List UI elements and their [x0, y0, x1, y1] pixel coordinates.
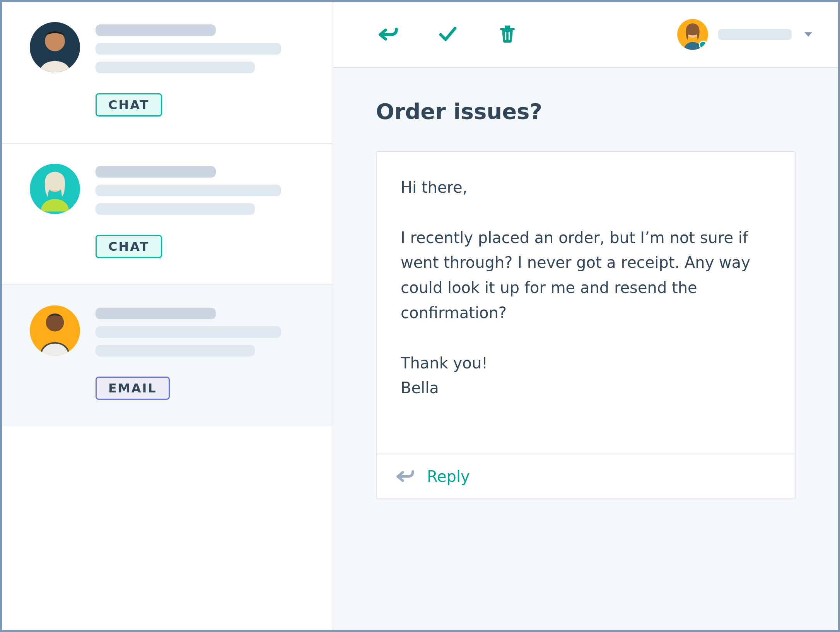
- avatar: [30, 164, 80, 214]
- preview-title-placeholder: [96, 308, 216, 319]
- reply-label: Reply: [427, 468, 470, 485]
- conversation-preview: EMAIL: [96, 305, 314, 400]
- preview-line-placeholder: [96, 185, 281, 196]
- preview-title-placeholder: [96, 166, 216, 178]
- chevron-down-icon: [802, 28, 815, 41]
- check-icon: [437, 23, 459, 46]
- svg-rect-6: [505, 32, 506, 40]
- message-card: Hi there, I recently placed an order, bu…: [376, 151, 796, 499]
- reply-icon: [377, 23, 399, 46]
- preview-line-placeholder: [96, 345, 255, 356]
- avatar: [30, 305, 80, 356]
- svg-rect-7: [509, 32, 510, 40]
- conversation-row[interactable]: CHAT: [2, 144, 333, 285]
- assignee-avatar: [677, 19, 708, 50]
- preview-line-placeholder: [96, 326, 281, 338]
- message-body: Hi there, I recently placed an order, bu…: [377, 152, 795, 454]
- presence-dot-online: [699, 41, 707, 49]
- mark-done-button[interactable]: [435, 22, 460, 47]
- thread-pane: Order issues? Hi there, I recently place…: [333, 2, 838, 630]
- reply-button[interactable]: [376, 22, 401, 47]
- preview-line-placeholder: [96, 203, 255, 215]
- thread-subject: Order issues?: [376, 99, 796, 124]
- channel-chip-chat: CHAT: [96, 235, 162, 258]
- delete-button[interactable]: [495, 22, 520, 47]
- preview-line-placeholder: [96, 43, 281, 55]
- channel-chip-email: EMAIL: [96, 377, 170, 400]
- trash-icon: [497, 23, 518, 46]
- thread-toolbar: [333, 2, 838, 68]
- reply-icon: [395, 466, 415, 487]
- preview-line-placeholder: [96, 62, 255, 73]
- conversation-row[interactable]: EMAIL: [2, 285, 333, 426]
- conversation-preview: CHAT: [96, 164, 314, 258]
- conversation-preview: CHAT: [96, 22, 314, 116]
- assignee-picker[interactable]: [677, 19, 815, 50]
- reply-bar[interactable]: Reply: [377, 454, 795, 498]
- assignee-name-placeholder: [718, 29, 792, 40]
- channel-chip-chat: CHAT: [96, 93, 162, 116]
- avatar: [30, 22, 80, 72]
- app-frame: CHAT CHAT: [0, 0, 840, 632]
- preview-title-placeholder: [96, 24, 216, 36]
- conversation-list: CHAT CHAT: [2, 2, 333, 630]
- conversation-row[interactable]: CHAT: [2, 2, 333, 144]
